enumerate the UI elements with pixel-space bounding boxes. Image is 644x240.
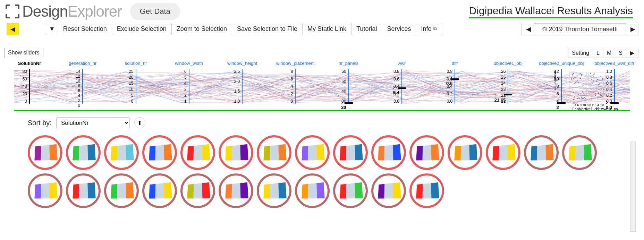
sort-label: Sort by: — [28, 119, 52, 127]
result-item[interactable] — [257, 173, 291, 208]
pc-axis-bar[interactable]: 654321 — [189, 69, 189, 104]
reset-selection-button[interactable]: Reset Selection — [58, 23, 112, 35]
result-item[interactable] — [104, 135, 139, 170]
credits-text[interactable]: © 2019 Thornton Tomasetti — [534, 23, 626, 35]
result-thumbnail — [340, 144, 363, 161]
result-item[interactable] — [295, 135, 330, 170]
size-s-button[interactable]: S — [615, 48, 626, 58]
services-button[interactable]: Services — [382, 23, 416, 35]
result-thumbnail — [263, 144, 286, 161]
svg-point-64 — [597, 98, 598, 99]
dropdown-toggle-button[interactable]: ▼ — [46, 23, 58, 35]
pc-brush-value: : 0.4 — [393, 85, 399, 95]
setting-button[interactable]: Setting — [568, 48, 593, 58]
pc-axis-bar[interactable]: 2520151050 — [136, 69, 136, 104]
credits-prev-button[interactable]: ◀ — [522, 23, 534, 35]
pc-axis-wwr[interactable]: wwr0.80.60.40.20.0: 0.4 — [386, 68, 417, 109]
svg-point-72 — [601, 97, 601, 97]
svg-point-69 — [604, 93, 604, 94]
tutorial-button[interactable]: Tutorial — [351, 23, 382, 35]
svg-point-54 — [575, 97, 575, 98]
result-thumbnail — [302, 144, 324, 161]
credits-next-button[interactable]: ▶ — [626, 23, 638, 35]
svg-point-44 — [581, 97, 582, 98]
result-item[interactable] — [409, 135, 444, 170]
size-m-button[interactable]: M — [603, 48, 615, 58]
result-item[interactable] — [333, 173, 368, 208]
result-item[interactable] — [142, 173, 177, 208]
pc-axis-bar[interactable]: 86420 — [295, 69, 296, 104]
result-item[interactable] — [371, 173, 406, 208]
pc-axis-dlfr[interactable]: dlfr0.80.60.40.20.0: 0.6 — [439, 68, 471, 109]
pc-axis-label: window_height — [227, 61, 257, 66]
result-thumbnail — [378, 182, 401, 199]
parallel-coordinates-chart[interactable]: SolutionNr806040200generation_nr14121086… — [14, 68, 630, 111]
exclude-selection-button[interactable]: Exclude Selection — [112, 23, 172, 35]
result-item[interactable] — [333, 135, 368, 170]
pc-axis-ticks: 0.80.60.40.20.0 — [441, 69, 452, 104]
result-item[interactable] — [219, 173, 253, 208]
sort-direction-button[interactable]: ⬆ — [134, 117, 145, 128]
result-item[interactable] — [524, 135, 559, 170]
svg-point-74 — [602, 96, 603, 97]
sort-select[interactable]: SolutionNrgeneration_nrsolution_nrwindow… — [57, 118, 129, 128]
pc-axis-objective1_obj[interactable]: objective1_obj262524232221: 21.65 — [492, 68, 524, 109]
pc-axis-ticks: 60504030 — [334, 69, 346, 104]
pc-axis-bar[interactable]: 0.80.60.40.20.0: 0.6 — [455, 69, 455, 104]
view-size-bar: Setting L M S ▶ — [0, 46, 644, 58]
pc-axis-label: objective3_wwr_dlfr — [595, 61, 634, 66]
pc-axis-bar[interactable]: 60504030: 20 — [348, 69, 349, 104]
pc-axis-window_height[interactable]: window_height2.52.01.51.0 — [227, 68, 258, 109]
info-button[interactable]: Info ⧉ — [416, 23, 442, 35]
pc-axis-window_placement[interactable]: window_placement86420 — [280, 68, 311, 109]
result-item[interactable] — [257, 135, 291, 170]
result-item[interactable] — [295, 173, 330, 208]
pc-brush-value: : 20 — [341, 100, 346, 110]
svg-point-67 — [595, 93, 595, 94]
zoom-selection-button[interactable]: Zoom to Selection — [171, 23, 232, 35]
pc-axis-bar[interactable]: 2.52.01.51.0 — [242, 69, 243, 104]
result-item[interactable] — [486, 135, 520, 170]
pc-axis-solution_nr[interactable]: solution_nr2520151050 — [120, 68, 152, 109]
pc-axis-ticks: 2.52.01.51.0 — [228, 69, 240, 104]
result-item[interactable] — [66, 173, 101, 208]
grid-scrollbar[interactable] — [630, 142, 636, 212]
result-item[interactable] — [66, 135, 101, 170]
result-item[interactable] — [409, 173, 444, 208]
pc-axis-SolutionNr[interactable]: SolutionNr806040200 — [14, 68, 45, 109]
pc-axis-nr_panels[interactable]: nr_panels60504030: 20 — [333, 68, 364, 109]
result-item[interactable] — [448, 135, 482, 170]
pc-axis-window_width[interactable]: window_width654321 — [173, 68, 205, 109]
result-item[interactable] — [142, 135, 177, 170]
show-sliders-button[interactable]: ◀ — [7, 23, 19, 35]
result-item[interactable] — [28, 173, 62, 208]
pc-axis-bar[interactable]: 806040200 — [29, 69, 30, 104]
svg-point-48 — [582, 91, 583, 92]
static-link-button[interactable]: My Static Link — [302, 23, 351, 35]
pc-brush-value: : 21.65 — [494, 92, 506, 103]
result-item[interactable] — [28, 135, 62, 170]
result-item[interactable] — [180, 135, 215, 170]
result-thumbnail — [149, 144, 172, 161]
result-item[interactable] — [562, 135, 597, 170]
save-selection-button[interactable]: Save Selection to File — [232, 23, 303, 35]
result-item[interactable] — [219, 135, 253, 170]
result-thumbnail — [416, 144, 439, 161]
scatter-btm1: 11: objective1_obj — [571, 107, 599, 111]
result-item[interactable] — [104, 173, 139, 208]
view-next-button[interactable]: ▶ — [626, 48, 638, 58]
result-item[interactable] — [371, 135, 406, 170]
result-item[interactable] — [180, 173, 215, 208]
pc-axis-bar[interactable]: 0.80.60.40.20.0: 0.4 — [401, 69, 402, 104]
scatter-matrix[interactable]: 11: objective 4 6 8 10 0 0.2 0.4 6 8 11:… — [554, 69, 623, 111]
svg-point-53 — [585, 98, 585, 99]
size-l-button[interactable]: L — [593, 48, 603, 58]
svg-point-9 — [577, 80, 578, 81]
pc-axis-generation_nr[interactable]: generation_nr14121086420 — [67, 68, 98, 109]
get-data-button[interactable]: Get Data — [130, 3, 180, 20]
header: Design Explorer Get Data Digipedia Walla… — [0, 0, 644, 23]
logo-text-2: Explorer — [68, 3, 122, 20]
pc-axis-bar[interactable]: 262524232221: 21.65 — [508, 69, 508, 104]
pc-axis-bar[interactable]: 14121086420 — [82, 69, 83, 104]
svg-point-55 — [574, 96, 575, 97]
